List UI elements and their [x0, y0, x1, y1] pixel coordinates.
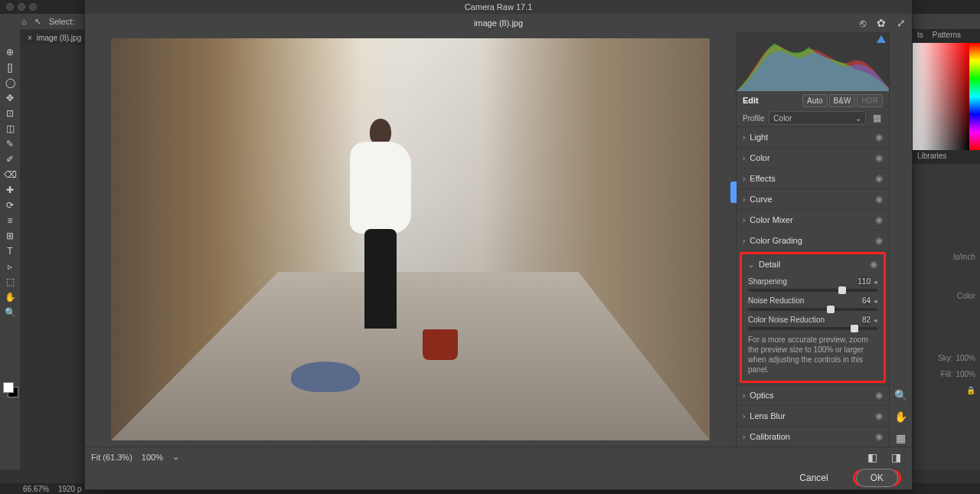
before-after-icon[interactable]: ◨	[891, 451, 901, 463]
detail-hint: For a more accurate preview, zoom the pr…	[748, 335, 877, 375]
window-controls	[6, 3, 37, 11]
profile-label: Profile	[743, 114, 764, 123]
zoom-tool-icon[interactable]: 🔍	[894, 389, 907, 401]
tool-frame[interactable]: ◫	[2, 123, 18, 135]
sharpening-label: Sharpening	[748, 277, 787, 286]
cancel-button[interactable]: Cancel	[786, 469, 841, 486]
visibility-icon[interactable]: ◉	[875, 390, 883, 401]
section-calibration[interactable]: ›Calibration◉	[737, 427, 889, 447]
section-color[interactable]: ›Color◉	[737, 148, 889, 168]
tool-hand[interactable]: ✋	[2, 291, 18, 303]
res-unit: ls/Inch	[917, 253, 975, 261]
reset-icon[interactable]: ◂	[874, 297, 877, 305]
section-mixer[interactable]: ›Color Mixer◉	[737, 210, 889, 230]
fullscreen-icon[interactable]: ⤢	[897, 17, 906, 29]
minimize-dot[interactable]	[18, 3, 25, 11]
visibility-icon[interactable]: ◉	[870, 259, 877, 270]
cnr-slider[interactable]	[748, 327, 877, 330]
profile-select[interactable]: Color ⌄	[769, 111, 866, 125]
tab-filename: image (8).jpg	[37, 34, 81, 42]
sky-val: 100%	[956, 354, 975, 362]
tool-crop[interactable]: ⊡	[2, 107, 18, 119]
clip-warning-icon[interactable]	[877, 35, 886, 43]
visibility-icon[interactable]: ◉	[875, 132, 883, 142]
fit-label[interactable]: Fit (61.3%)	[91, 453, 132, 462]
compare-icon[interactable]: ▦	[896, 432, 906, 444]
section-grading[interactable]: ›Color Grading◉	[737, 231, 889, 250]
tool-path[interactable]: ▹	[2, 260, 18, 273]
section-optics[interactable]: ›Optics◉	[737, 385, 889, 405]
ps-zoom: 66.67%	[23, 485, 49, 493]
chevron-down-icon: ⌄	[855, 114, 861, 123]
tab-patterns[interactable]: Patterns	[928, 29, 965, 43]
nr-label: Noise Reduction	[748, 296, 804, 305]
chevron-right-icon: ›	[743, 133, 745, 142]
tool-brush[interactable]: ⌫	[2, 168, 18, 181]
tool-history[interactable]: ⟳	[2, 199, 18, 211]
tab-libraries[interactable]: Libraries	[913, 150, 951, 164]
tool-stamp[interactable]: ✚	[2, 184, 18, 196]
sharpening-slider[interactable]	[748, 289, 877, 292]
section-effects[interactable]: ›Effects◉	[737, 168, 889, 188]
nr-value[interactable]: 64	[862, 296, 871, 306]
tool-heal[interactable]: ✐	[2, 153, 18, 165]
sharpening-value[interactable]: 110	[858, 276, 871, 286]
preview-area[interactable]	[85, 32, 736, 447]
color-picker[interactable]	[913, 43, 980, 150]
tool-eraser[interactable]: ≡	[2, 214, 18, 227]
chevron-down-icon: ⌄	[748, 260, 754, 269]
ok-button[interactable]: OK	[856, 469, 898, 487]
visibility-icon[interactable]: ◉	[875, 431, 883, 442]
fg-swatch[interactable]	[3, 382, 14, 393]
tool-shape[interactable]: ⬚	[2, 276, 18, 288]
close-tab-icon[interactable]: ×	[28, 34, 32, 42]
tool-lasso[interactable]: ◯	[2, 77, 18, 89]
chevron-right-icon: ›	[743, 154, 745, 162]
maximize-dot[interactable]	[29, 3, 37, 11]
visibility-icon[interactable]: ◉	[875, 152, 883, 163]
close-dot[interactable]	[6, 3, 14, 11]
visibility-icon[interactable]: ◉	[875, 173, 883, 184]
tool-eyedrop[interactable]: ✎	[2, 138, 18, 150]
cnr-value[interactable]: 82	[862, 315, 871, 325]
profile-value: Color	[773, 114, 792, 123]
tool-select[interactable]: ✥	[2, 92, 18, 104]
ps-right-panels: ts Patterns Libraries ls/Inch Color Sky:…	[913, 29, 980, 469]
detail-highlight: ⌄ Detail ◉ Sharpening 110◂ Noise Re	[740, 252, 886, 383]
visibility-icon[interactable]: ◉	[875, 411, 883, 421]
chevron-right-icon: ›	[743, 433, 745, 441]
tool-zoom[interactable]: 🔍	[2, 306, 18, 319]
document-tab[interactable]: × image (8).jpg	[21, 31, 87, 44]
tool-marquee[interactable]: []	[2, 61, 18, 74]
export-icon[interactable]: ⎋	[860, 17, 866, 29]
tool-type[interactable]: T	[2, 245, 18, 257]
section-light[interactable]: ›Light◉	[737, 127, 889, 147]
section-curve[interactable]: ›Curve◉	[737, 189, 889, 209]
zoom-chevron-icon[interactable]: ⌄	[172, 452, 179, 462]
visibility-icon[interactable]: ◉	[875, 235, 883, 246]
histogram[interactable]	[737, 32, 889, 91]
reset-icon[interactable]: ◂	[874, 278, 877, 286]
profile-browser-icon[interactable]: ▦	[871, 112, 883, 124]
bw-button[interactable]: B&W	[829, 94, 856, 107]
nr-slider[interactable]	[748, 308, 877, 311]
settings-icon[interactable]: ✿	[877, 17, 886, 29]
lock-icon[interactable]: 🔒	[917, 386, 975, 394]
home-icon[interactable]: ⌂	[21, 17, 27, 26]
section-detail[interactable]: ⌄ Detail ◉	[742, 254, 884, 274]
hand-tool-icon[interactable]: ✋	[894, 411, 907, 423]
auto-button[interactable]: Auto	[802, 94, 828, 107]
zoom-100[interactable]: 100%	[142, 453, 163, 462]
hdr-button[interactable]: HDR	[857, 94, 883, 107]
section-lensblur[interactable]: ›Lens Blur◉	[737, 406, 889, 426]
reset-icon[interactable]: ◂	[874, 316, 877, 324]
before-icon[interactable]: ◧	[867, 451, 877, 463]
visibility-icon[interactable]: ◉	[875, 194, 883, 204]
tab-swatches[interactable]: ts	[913, 29, 928, 43]
arrow-icon[interactable]: ↖	[34, 17, 41, 27]
cr-zoom-bar: Fit (61.3%) 100% ⌄ ◧ ◨	[85, 447, 912, 466]
tool-move[interactable]: ⊕	[2, 46, 18, 58]
visibility-icon[interactable]: ◉	[875, 214, 883, 225]
tool-gradient[interactable]: ⊞	[2, 230, 18, 242]
filmstrip-toggle[interactable]	[730, 182, 737, 203]
